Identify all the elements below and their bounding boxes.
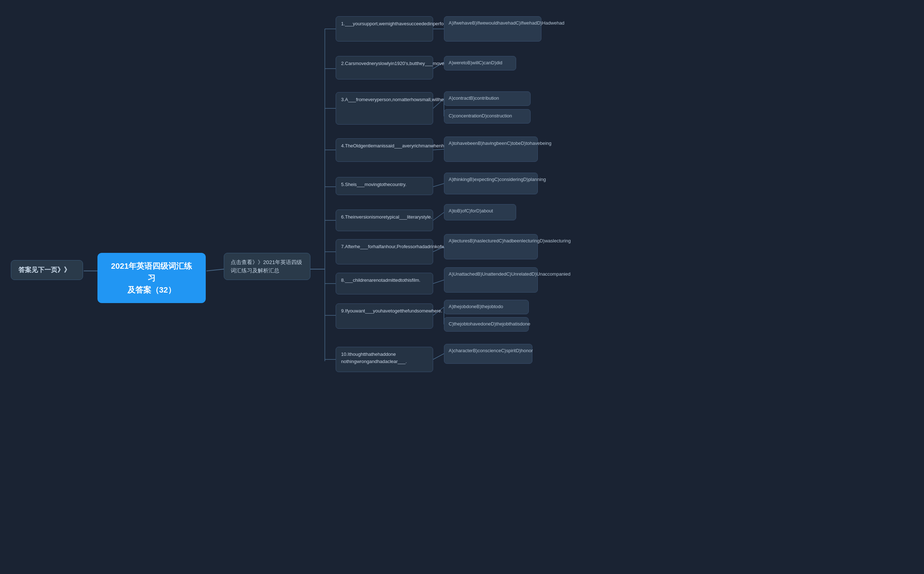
q5-options: A)thinkingB)expectingC)consideringD)plan…	[444, 173, 538, 194]
q6-text: 6.Theinversionismoretypical___literaryst…	[341, 214, 432, 220]
svg-line-27	[433, 354, 444, 360]
q3-optA-text: A)contractB)contribution	[449, 95, 499, 101]
q7-opts-text: A)lecturesB)haslecturedC)hadbeenlecturin…	[449, 238, 570, 243]
q9-options-a: A)thejobdoneB)thejobtodo	[444, 300, 529, 314]
question-7: 7.Afterhe___forhalfanhour,Professorhadad…	[336, 239, 433, 265]
q4-opts-text: A)tohavebeenB)havingbeenC)tobeD)tohavebe…	[449, 140, 552, 146]
q2-options: A)weretoB)willC)canD)did	[444, 56, 516, 71]
q10-opts-text: A)characterB)conscienceC)spiritD)honor	[449, 348, 533, 353]
q3-options-c: C)concentrationD)construction	[444, 109, 531, 123]
q7-options: A)lecturesB)haslecturedC)hadbeenlecturin…	[444, 234, 538, 259]
question-6: 6.Theinversionismoretypical___literaryst…	[336, 210, 433, 231]
mindmap-container: 答案见下一页》》 2021年英语四级词汇练习 及答案（32） 点击查看》》202…	[0, 0, 924, 574]
q6-options: A)toB)ofC)forD)about	[444, 204, 516, 220]
question-2: 2.Carsmovedneryslowlyin1920's,butthey___…	[336, 56, 433, 79]
q5-text: 5.Sheis___movingtothecountry.	[341, 182, 406, 187]
q7-text: 7.Afterhe___forhalfanhour,Professorhadad…	[341, 244, 454, 249]
q10-options: A)characterB)conscienceC)spiritD)honor	[444, 344, 533, 364]
q8-text: 8.___childrenarenotadmittedtothisfilm.	[341, 278, 421, 283]
question-5: 5.Sheis___movingtothecountry.	[336, 177, 433, 195]
title-line2: 及答案（32）	[127, 285, 176, 295]
q2-opts-text: A)weretoB)willC)canD)did	[449, 60, 503, 65]
question-3: 3.A___fromeveryperson,nomatterhowsmall,w…	[336, 92, 433, 125]
question-10: 10.Ithoughtthathehaddone nothingwrongand…	[336, 347, 433, 372]
title-line1: 2021年英语四级词汇练习	[111, 262, 192, 282]
q5-opts-text: A)thinkingB)expectingC)consideringD)plan…	[449, 177, 546, 182]
link-text: 点击查看》》2021年英语四级词汇练习及解析汇总	[231, 259, 302, 273]
q10-text: 10.Ithoughtthathehaddone nothingwrongand…	[341, 352, 407, 364]
question-4: 4.TheOldgentlemanissaid___averyrichmanwh…	[336, 138, 433, 162]
q3-options-a: A)contractB)contribution	[444, 91, 531, 106]
svg-line-1	[206, 269, 224, 271]
q6-opts-text: A)toB)ofC)forD)about	[449, 208, 493, 213]
question-9: 9.Ifyouwant___youhavetogetthefundsomewhe…	[336, 303, 433, 329]
q9-optC-text: C)thejobtohavedoneD)thejobthatisdone	[449, 321, 530, 326]
q3-optC-text: C)concentrationD)construction	[449, 113, 512, 118]
svg-line-20	[433, 183, 444, 187]
title-node[interactable]: 2021年英语四级词汇练习 及答案（32）	[97, 253, 206, 303]
q9-options-c: C)thejobtohavedoneD)thejobthatisdone	[444, 317, 529, 332]
answer-left-node[interactable]: 答案见下一页》》	[11, 260, 83, 280]
q9-optA-text: A)thejobdoneB)thejobtodo	[449, 304, 503, 309]
svg-line-21	[433, 213, 444, 220]
q8-opts-text: A)UnattachedB)UnattendedC)UnrelatedD)Una…	[449, 271, 570, 277]
question-8: 8.___childrenarenotadmittedtothisfilm.	[336, 273, 433, 295]
q4-options: A)tohavebeenB)havingbeenC)tobeD)tohavebe…	[444, 137, 538, 162]
question-1: 1.___yoursupport,wemighthavesucceededinp…	[336, 16, 433, 41]
q1-opts-text: A)IfwehaveB)IfwewouldhavehadC)IfwehadD)H…	[449, 20, 564, 26]
q8-options: A)UnattachedB)UnattendedC)UnrelatedD)Una…	[444, 267, 538, 293]
q9-text: 9.Ifyouwant___youhavetogetthefundsomewhe…	[341, 308, 442, 314]
svg-line-23	[433, 280, 444, 284]
q1-options: A)IfwehaveB)IfwewouldhavehadC)IfwehadD)H…	[444, 16, 541, 41]
link-node[interactable]: 点击查看》》2021年英语四级词汇练习及解析汇总	[224, 253, 310, 280]
